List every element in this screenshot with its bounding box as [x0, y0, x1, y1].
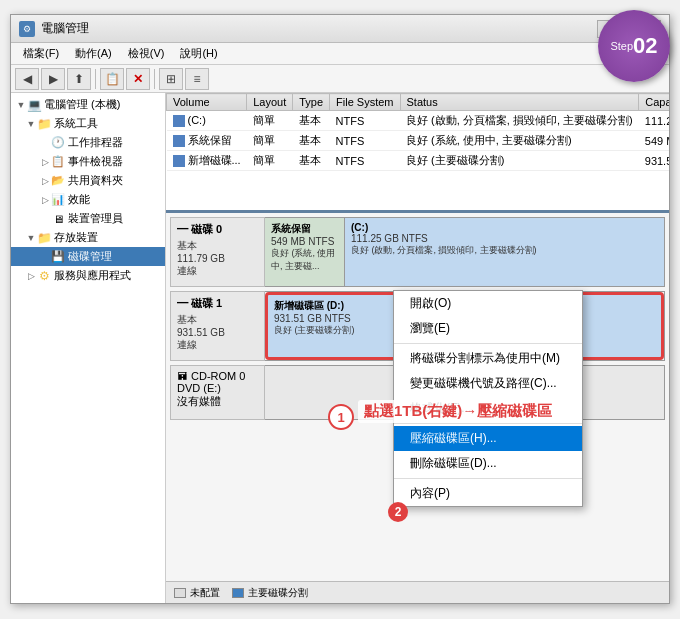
context-menu: 開啟(O)瀏覽(E)將磁碟分割標示為使用中(M)變更磁碟機代號及路徑(C)...…: [393, 290, 583, 507]
sidebar-label-services: 服務與應用程式: [54, 268, 131, 283]
cell-volume-1: 系統保留: [167, 131, 247, 151]
sidebar-item-device-mgr[interactable]: 🖥 裝置管理員: [11, 209, 165, 228]
cell-type-0: 基本: [293, 111, 330, 131]
col-type: Type: [293, 94, 330, 111]
sidebar-item-services[interactable]: ▷ ⚙ 服務與應用程式: [11, 266, 165, 285]
sidebar-item-computer[interactable]: ▼ 💻 電腦管理 (本機): [11, 95, 165, 114]
ctx-item-10[interactable]: 內容(P): [394, 481, 582, 506]
shared-icon: 📂: [51, 174, 65, 188]
sidebar-label-disk: 磁碟管理: [68, 249, 112, 264]
menu-help[interactable]: 說明(H): [172, 44, 225, 63]
step-label: Step: [610, 40, 633, 52]
sidebar-label-scheduler: 工作排程器: [68, 135, 123, 150]
cd-status: 沒有媒體: [177, 394, 258, 409]
col-fs: File System: [330, 94, 400, 111]
col-status: Status: [400, 94, 639, 111]
disk-1-status: 連線: [177, 338, 258, 352]
legend-main-label: 主要磁碟分割: [248, 586, 308, 600]
ctx-item-8[interactable]: 刪除磁碟區(D)...: [394, 451, 582, 476]
menu-view[interactable]: 檢視(V): [120, 44, 173, 63]
step-number: 02: [633, 35, 657, 57]
ctx-item-4[interactable]: 變更磁碟機代號及路徑(C)...: [394, 371, 582, 396]
disk-1-name: ━ 磁碟 1: [177, 296, 258, 311]
sidebar-item-perf[interactable]: ▷ 📊 效能: [11, 190, 165, 209]
cell-fs-2: NTFS: [330, 151, 400, 171]
ctx-item-3[interactable]: 將磁碟分割標示為使用中(M): [394, 346, 582, 371]
disk-1-type: 基本: [177, 313, 258, 327]
cell-fs-0: NTFS: [330, 111, 400, 131]
legend-bar: 未配置 主要磁碟分割: [166, 581, 669, 603]
sidebar-label-storage: 存放裝置: [54, 230, 98, 245]
toolbar-btn-2[interactable]: ▶: [41, 68, 65, 90]
legend-main-partition: 主要磁碟分割: [232, 586, 308, 600]
sidebar-item-scheduler[interactable]: 🕐 工作排程器: [11, 133, 165, 152]
sidebar: ▼ 💻 電腦管理 (本機) ▼ 📁 系統工具 🕐 工作排程器 ▷ 📋 事件檢視器…: [11, 93, 166, 603]
perf-icon: 📊: [51, 193, 65, 207]
disk-0-partitions: 系統保留 549 MB NTFS 良好 (系統, 使用中, 主要磁... (C:…: [265, 217, 665, 287]
partition-c-drive[interactable]: (C:) 111.25 GB NTFS 良好 (啟動, 分頁檔案, 損毀傾印, …: [345, 218, 664, 286]
expand-5: ▷: [39, 175, 51, 187]
toolbar-btn-1[interactable]: ◀: [15, 68, 39, 90]
sidebar-item-disk-mgmt[interactable]: 💾 磁碟管理: [11, 247, 165, 266]
sidebar-label-shared: 共用資料夾: [68, 173, 123, 188]
sidebar-label-device: 裝置管理員: [68, 211, 123, 226]
cell-volume-2: 新增磁碟...: [167, 151, 247, 171]
sidebar-item-system-tools[interactable]: ▼ 📁 系統工具: [11, 114, 165, 133]
cell-layout-2: 簡單: [247, 151, 293, 171]
ctx-item-7[interactable]: 壓縮磁碟區(H)...: [394, 426, 582, 451]
cell-capacity-0: 111.25 GB: [639, 111, 669, 131]
menu-bar: 檔案(F) 動作(A) 檢視(V) 說明(H): [11, 43, 669, 65]
cell-type-2: 基本: [293, 151, 330, 171]
menu-file[interactable]: 檔案(F): [15, 44, 67, 63]
legend-unalloc-label: 未配置: [190, 586, 220, 600]
toolbar-btn-3[interactable]: ⬆: [67, 68, 91, 90]
cell-layout-0: 簡單: [247, 111, 293, 131]
ctx-item-0[interactable]: 開啟(O): [394, 291, 582, 316]
expand-9: [39, 251, 51, 263]
partition-c-title: (C:): [351, 222, 658, 233]
title-bar: ⚙ 電腦管理 ─ □ ✕: [11, 15, 669, 43]
disk-label-1: ━ 磁碟 1 基本 931.51 GB 連線: [170, 291, 265, 361]
legend-unalloc-box: [174, 588, 186, 598]
toolbar-btn-delete[interactable]: ✕: [126, 68, 150, 90]
disk-icon: 💾: [51, 250, 65, 264]
toolbar-btn-4[interactable]: 📋: [100, 68, 124, 90]
col-capacity: Capacity: [639, 94, 669, 111]
partition-sys-reserved[interactable]: 系統保留 549 MB NTFS 良好 (系統, 使用中, 主要磁...: [265, 218, 345, 286]
partition-sys-status: 良好 (系統, 使用中, 主要磁...: [271, 247, 338, 273]
expand-6: ▷: [39, 194, 51, 206]
disk-0-size: 111.79 GB: [177, 253, 258, 264]
expand-4: ▷: [39, 156, 51, 168]
legend-main-box: [232, 588, 244, 598]
menu-action[interactable]: 動作(A): [67, 44, 120, 63]
toolbar-btn-5[interactable]: ⊞: [159, 68, 183, 90]
sidebar-item-shared-folders[interactable]: ▷ 📂 共用資料夾: [11, 171, 165, 190]
expand-icon-2: ▼: [25, 118, 37, 130]
cell-capacity-1: 549 MB: [639, 131, 669, 151]
toolbar-btn-6[interactable]: ≡: [185, 68, 209, 90]
device-icon: 🖥: [51, 212, 65, 226]
toolbar-sep-2: [154, 69, 155, 89]
ctx-sep-2: [394, 343, 582, 344]
sidebar-label-system-tools: 系統工具: [54, 116, 98, 131]
disk-row-0: ━ 磁碟 0 基本 111.79 GB 連線 系統保留 549 MB NTFS …: [170, 217, 665, 287]
cell-layout-1: 簡單: [247, 131, 293, 151]
partition-sys-title: 系統保留: [271, 222, 338, 236]
disk-0-name: ━ 磁碟 0: [177, 222, 258, 237]
window-title: 電腦管理: [41, 20, 597, 37]
sidebar-item-event-viewer[interactable]: ▷ 📋 事件檢視器: [11, 152, 165, 171]
table-row-1[interactable]: 系統保留 簡單 基本 NTFS 良好 (系統, 使用中, 主要磁碟分割) 549…: [167, 131, 670, 151]
annotation-text: 點選1TB(右鍵)→壓縮磁碟區: [358, 400, 558, 423]
window-icon: ⚙: [19, 21, 35, 37]
table-row-2[interactable]: 新增磁碟... 簡單 基本 NTFS 良好 (主要磁碟分割) 931.51 GB…: [167, 151, 670, 171]
toolbar: ◀ ▶ ⬆ 📋 ✕ ⊞ ≡: [11, 65, 669, 93]
ctx-item-1[interactable]: 瀏覽(E): [394, 316, 582, 341]
cd-type: DVD (E:): [177, 382, 258, 394]
sidebar-label-event: 事件檢視器: [68, 154, 123, 169]
sidebar-item-storage[interactable]: ▼ 📁 存放裝置: [11, 228, 165, 247]
expand-7: [39, 213, 51, 225]
sidebar-label-computer: 電腦管理 (本機): [44, 97, 120, 112]
table-row-0[interactable]: (C:) 簡單 基本 NTFS 良好 (啟動, 分頁檔案, 損毀傾印, 主要磁碟…: [167, 111, 670, 131]
cd-label: 🖬 CD-ROM 0 DVD (E:) 沒有媒體: [170, 365, 265, 420]
storage-icon: 📁: [37, 231, 51, 245]
